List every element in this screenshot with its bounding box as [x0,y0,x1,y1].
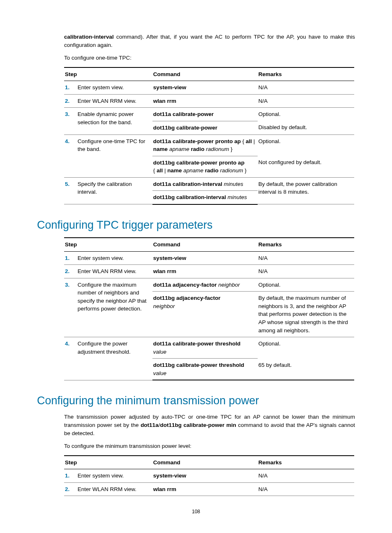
row-cmd: dot11bg calibrate-power [152,121,258,134]
row-cmd: dot11a calibrate-power [152,108,258,121]
row-num: 3. [64,108,77,134]
th-command: Command [152,67,258,81]
row-cmd: system-view [152,469,258,483]
row-num: 4. [64,337,77,380]
min-power-paragraph: The transmission power adjusted by auto-… [37,413,355,437]
row-cmd: dot11a calibration-interval minutes [152,177,258,191]
row-step: Enter WLAN RRM view. [77,482,152,496]
cmd-ital: radionum [219,167,243,174]
cmd-bold: radio [205,167,219,174]
row-num: 1. [64,469,77,483]
table-row: 5. Specify the calibration interval. dot… [64,177,354,191]
intro-bold: calibration-interval [64,34,114,40]
cmd-bold: dot11a calibrate-power threshold [153,341,240,347]
row-cmd: wlan rrm [152,482,258,496]
cmd-ital: neighbor [153,303,175,309]
cmd-text: { [241,138,246,144]
row-num: 2. [64,482,77,496]
row-rem: By default, the power calibration interv… [258,177,354,204]
row-cmd: wlan rrm [152,265,258,278]
cmd-text: | [163,167,167,174]
cmd-bold: dot11bg calibrate-power threshold [153,362,244,368]
table-row: 1. Enter system view. system-view N/A [64,469,354,483]
row-step: Enter system view. [77,251,152,265]
row-rem: 65 by default. [258,359,354,380]
cmd-text: } [243,167,247,174]
row-step: Configure the power adjustment threshold… [77,337,152,380]
row-rem: Optional. [258,337,354,359]
row-num: 2. [64,265,77,278]
row-num: 4. [64,134,77,177]
row-rem: N/A [258,251,354,265]
intro-paragraph: calibration-interval command). After tha… [37,33,355,49]
cmd-text: } [229,146,233,152]
page-number: 108 [37,508,355,515]
cmd-bold: name [153,146,168,152]
row-step: Specify the calibration interval. [77,177,152,204]
cmd-ital: neighbor [217,282,240,288]
cmd-bold: radio [191,146,204,152]
table-row: 2. Enter WLAN RRM view. wlan rrm N/A [64,94,354,108]
row-rem: Not configured by default. [258,156,354,177]
row-num: 1. [64,251,77,265]
cmd-bold: dot11a adjacency-factor [153,282,217,288]
row-cmd: dot11bg calibration-interval minutes [152,191,258,204]
th-remarks: Remarks [258,456,354,469]
cmd-bold: dot11a calibration-interval [153,181,222,187]
cmd-bold: all [246,138,252,144]
p3-c: dot11bg calibrate-power min [160,422,236,428]
cmd-bold: system-view [153,473,186,479]
th-remarks: Remarks [258,238,354,251]
cmd-bold: dot11bg calibrate-power [153,125,217,131]
row-rem: N/A [258,81,354,95]
cmd-bold: dot11bg calibrate-power pronto ap [153,160,244,166]
cmd-bold: dot11a calibrate-power pronto ap [153,138,241,144]
cmd-bold: dot11bg adjacency-factor [153,295,221,301]
row-step: Enter system view. [77,469,152,483]
table-row: 1. Enter system view. system-view N/A [64,81,354,95]
row-step: Configure one-time TPC for the band. [77,134,152,177]
p3-b: dot11a [141,422,159,428]
row-cmd: dot11bg calibrate-power pronto ap { all … [152,156,258,177]
cmd-text: | [252,138,255,144]
cmd-ital: apname [168,146,191,152]
row-cmd: system-view [152,251,258,265]
table-row: 2. Enter WLAN RRM view. wlan rrm N/A [64,482,354,496]
row-cmd: dot11a adjacency-factor neighbor [152,278,258,292]
cmd-bold: wlan rrm [153,268,176,274]
th-command: Command [152,456,258,469]
table-row: 4. Configure one-time TPC for the band. … [64,134,354,156]
row-cmd: system-view [152,81,258,95]
cmd-ital: minutes [222,181,243,187]
cmd-bold: wlan rrm [153,486,176,492]
row-num: 3. [64,278,77,337]
row-rem: N/A [258,94,354,108]
cmd-bold: name [167,167,182,174]
row-step: Configure the maximum number of neighbor… [77,278,152,337]
row-cmd: dot11bg adjacency-factorneighbor [152,292,258,337]
cmd-bold: system-view [153,84,186,90]
table-row: 4. Configure the power adjustment thresh… [64,337,354,359]
row-step: Enter system view. [77,81,152,95]
table-row: 3. Configure the maximum number of neigh… [64,278,354,292]
th-step: Step [64,456,152,469]
row-rem: Optional. [258,134,354,156]
heading-tpc-trigger: Configuring TPC trigger parameters [37,217,355,233]
row-rem: By default, the maximum number of neighb… [258,292,354,337]
table-one-time-tpc: Step Command Remarks 1. Enter system vie… [64,67,354,205]
cmd-text: { [153,167,157,174]
row-rem: Optional. [258,278,354,292]
cmd-bold: all [157,167,163,174]
table-tpc-trigger: Step Command Remarks 1. Enter system vie… [64,237,354,380]
cmd-ital: value [153,370,166,376]
th-step: Step [64,67,152,81]
row-step: Enter WLAN RRM view. [77,265,152,278]
row-num: 2. [64,94,77,108]
row-step: Enter WLAN RRM view. [77,94,152,108]
row-rem: Disabled by default. [258,121,354,134]
row-rem: N/A [258,482,354,496]
row-rem: N/A [258,469,354,483]
cmd-bold: system-view [153,255,186,261]
row-num: 5. [64,177,77,204]
table-row: 2. Enter WLAN RRM view. wlan rrm N/A [64,265,354,278]
